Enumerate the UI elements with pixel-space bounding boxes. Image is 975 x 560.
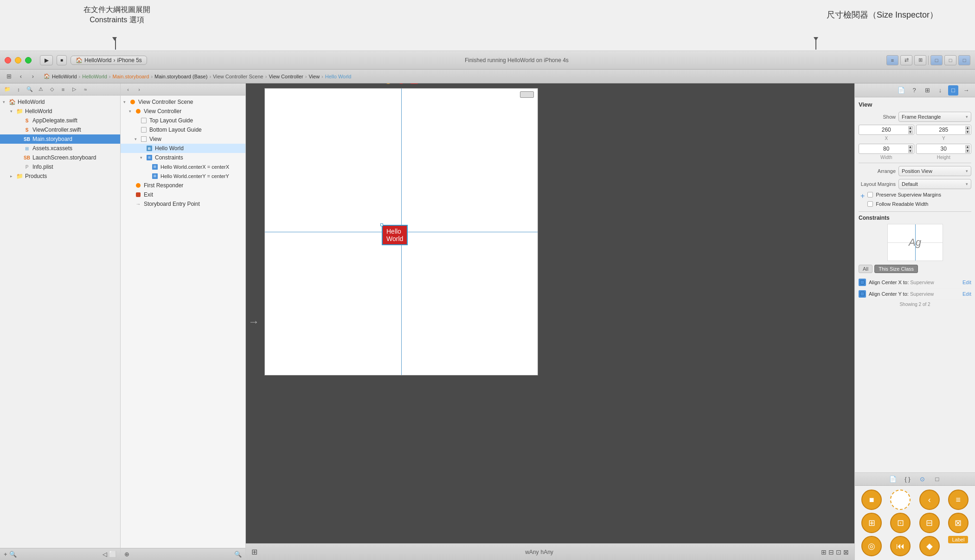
file-inspector-icon[interactable]: 📄 — [896, 85, 906, 95]
constraint2-edit-button[interactable]: Edit — [962, 291, 971, 297]
follow-checkbox[interactable] — [867, 201, 873, 207]
scene-back-button[interactable]: ‹ — [123, 85, 133, 94]
scene-bottom-icon[interactable]: 🔍 — [234, 551, 242, 558]
size-inspector-icon[interactable]: □ — [948, 85, 958, 95]
constraints-tab-this-size-class[interactable]: This Size Class — [874, 265, 918, 273]
debug-icon[interactable]: ≡ — [58, 85, 68, 94]
breadcrumb-helloworld2[interactable]: HelloWorld — [82, 74, 107, 79]
responder-icon[interactable]: ● — [397, 83, 405, 84]
scene-item-vc[interactable]: ▾ View Controller — [121, 107, 245, 116]
y-field[interactable]: 285 ▲ ▼ — [916, 125, 972, 135]
scene-item-view[interactable]: ▾ View — [121, 134, 245, 144]
scheme-selector[interactable]: 🏠 HelloWorld › iPhone 5s — [71, 56, 147, 65]
exit-icon[interactable]: ■ — [410, 83, 418, 84]
breadcrumb-view[interactable]: View — [308, 74, 320, 79]
breadcrumb-vc-scene[interactable]: View Controller Scene — [213, 74, 263, 79]
obj-item-11[interactable]: ◆ — [917, 536, 943, 556]
source-control-icon[interactable]: ↕ — [14, 85, 23, 94]
obj-item-5[interactable]: ⊞ — [859, 513, 885, 533]
obj-item-6[interactable]: ⊡ — [887, 513, 913, 533]
obj-item-12[interactable]: Label — [945, 536, 971, 556]
folder-icon[interactable]: 📁 — [3, 85, 12, 94]
height-stepper[interactable]: ▲ ▼ — [965, 144, 970, 153]
breadcrumb-vc[interactable]: View Controller — [269, 74, 303, 79]
add-constraint-button[interactable]: + — [859, 192, 865, 200]
breadcrumb-helloworld1[interactable]: HelloWorld — [52, 74, 77, 79]
obj-item-8[interactable]: ⊠ — [945, 513, 971, 533]
file-item-products[interactable]: ▸ 📁 Products — [0, 172, 120, 181]
utilities-button[interactable]: □ — [958, 55, 970, 65]
file-item-assets[interactable]: ▸ ⊞ Assets.xcassets — [0, 144, 120, 153]
scene-item-vc-scene[interactable]: ▾ View Controller Scene — [121, 97, 245, 107]
report-icon[interactable]: ≈ — [81, 85, 90, 94]
maximize-button[interactable] — [25, 57, 32, 64]
warning-icon[interactable]: ⚠ — [36, 85, 45, 94]
obj-item-2[interactable]: ○ — [887, 490, 913, 510]
width-field[interactable]: 80 ▲ ▼ — [859, 144, 914, 154]
preserve-checkbox[interactable] — [867, 192, 873, 197]
canvas-area[interactable]: ● ● ■ Main storyboard Hello — [246, 83, 854, 560]
width-stepper[interactable]: ▲ ▼ — [908, 144, 913, 153]
nav-forward-button[interactable]: › — [28, 71, 38, 82]
file-item-helloworld-group[interactable]: ▾ 📁 HelloWorld — [0, 107, 120, 116]
canvas-layout-icon4[interactable]: ⊠ — [843, 548, 849, 556]
editor-version-button[interactable]: ⊞ — [914, 55, 926, 65]
file-item-viewcontroller[interactable]: ▸ S ViewController.swift — [0, 125, 120, 134]
add-scene-button[interactable]: ⊕ — [124, 551, 129, 558]
obj-lib-icon-circle[interactable]: ⊙ — [918, 475, 927, 484]
identity-inspector-icon[interactable]: ⊞ — [922, 85, 932, 95]
editor-standard-button[interactable]: ≡ — [886, 55, 898, 65]
close-button[interactable] — [5, 57, 11, 64]
breadcrumb-hello-world[interactable]: Hello World — [325, 74, 352, 79]
canvas-layout-icon2[interactable]: ⊟ — [828, 548, 834, 556]
obj-lib-icon-square[interactable]: □ — [933, 475, 942, 484]
canvas-layout-icon1[interactable]: ⊞ — [821, 548, 827, 556]
obj-lib-icon-code[interactable]: { } — [903, 475, 912, 484]
obj-item-7[interactable]: ⊟ — [917, 513, 943, 533]
editor-assistant-button[interactable]: ⇄ — [900, 55, 912, 65]
obj-item-10[interactable]: ⏮ — [887, 536, 913, 556]
x-field[interactable]: 260 ▲ ▼ — [859, 125, 914, 135]
height-stepper-up[interactable]: ▲ — [965, 145, 970, 149]
canvas-zoom-icon[interactable]: ⊞ — [251, 547, 257, 556]
canvas-layout-icon3[interactable]: ⊡ — [836, 548, 841, 556]
symbol-icon[interactable]: 🔍 — [25, 85, 34, 94]
layout-margins-select[interactable]: Default ▾ — [898, 179, 971, 189]
file-item-infoplist[interactable]: ▸ P Info.plist — [0, 162, 120, 172]
hello-world-label-element[interactable]: Hello World — [382, 225, 408, 245]
x-stepper[interactable]: ▲ ▼ — [908, 125, 913, 134]
obj-item-9[interactable]: ◎ — [859, 536, 885, 556]
arrange-select[interactable]: Position View ▾ — [898, 166, 971, 176]
nav-back-button[interactable]: ‹ — [16, 71, 26, 82]
filter-icon[interactable]: 🔍 — [9, 551, 17, 558]
scene-item-constraint-y[interactable]: ▸ ⊞ Hello World.centerY = centerY — [121, 172, 245, 181]
minimize-button[interactable] — [15, 57, 21, 64]
file-item-helloworld-project[interactable]: ▾ 🏠 HelloWorld — [0, 97, 120, 107]
scene-item-entry[interactable]: ▸ → Storyboard Entry Point — [121, 199, 245, 209]
navigator-button[interactable]: □ — [930, 55, 943, 65]
width-stepper-down[interactable]: ▼ — [908, 149, 913, 153]
add-file-button[interactable]: + — [4, 551, 7, 558]
vc-icon[interactable]: ● — [384, 83, 392, 84]
test-icon[interactable]: ◇ — [47, 85, 57, 94]
constraint1-edit-button[interactable]: Edit — [962, 280, 971, 285]
file-item-mainstoryboard[interactable]: ▸ SB Main.storyboard — [0, 134, 120, 144]
breakpoint-icon[interactable]: ▷ — [70, 85, 79, 94]
y-stepper[interactable]: ▲ ▼ — [965, 125, 970, 134]
obj-item-3[interactable]: ‹ — [917, 490, 943, 510]
constraints-tab-all[interactable]: All — [859, 265, 872, 273]
x-stepper-down[interactable]: ▼ — [908, 130, 913, 134]
height-field[interactable]: 30 ▲ ▼ — [916, 144, 972, 154]
breadcrumb-mainstoryboard[interactable]: Main.storyboard — [113, 74, 149, 79]
show-select[interactable]: Frame Rectangle ▾ — [898, 112, 971, 122]
scene-item-top-layout[interactable]: ▸ Top Layout Guide — [121, 116, 245, 125]
scene-item-first-responder[interactable]: ▸ First Responder — [121, 181, 245, 190]
y-stepper-up[interactable]: ▲ — [965, 126, 970, 130]
attributes-inspector-icon[interactable]: ↓ — [935, 85, 945, 95]
nav-bottom-icon2[interactable]: ⬜ — [109, 551, 116, 558]
scene-item-exit[interactable]: ▸ Exit — [121, 190, 245, 199]
stop-button[interactable]: ■ — [57, 55, 67, 65]
scene-item-bottom-layout[interactable]: ▸ Bottom Layout Guide — [121, 125, 245, 134]
file-item-appdelegate[interactable]: ▸ S AppDelegate.swift — [0, 116, 120, 125]
size-class-selector[interactable]: wAny hAny — [525, 549, 553, 555]
